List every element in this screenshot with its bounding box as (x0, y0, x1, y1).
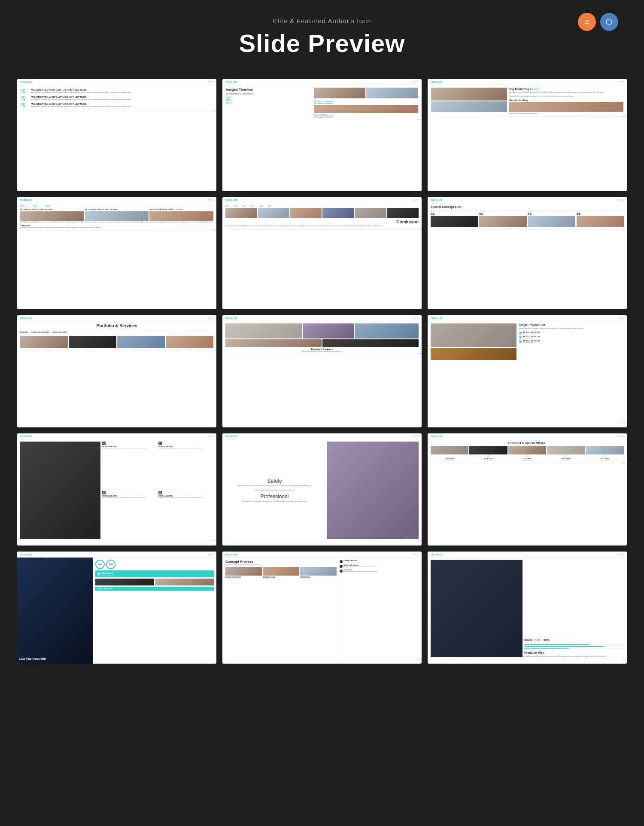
slides-grid: PREMIUM 2016 WE CREATED A SITE WITH FANC… (0, 70, 644, 681)
page-header: ≡ ⬡ Elite & Featured Author's Item Slide… (0, 0, 644, 70)
slide-15-stat2: 5.5K (534, 638, 541, 641)
author-icon-2: ⬡ (600, 13, 618, 31)
slide-8[interactable]: PREMIUM Featured Projects A wonderful (222, 315, 422, 427)
slide-13[interactable]: PREMIUM Last Year Newsletter 45% (17, 552, 216, 664)
slide-9-title: Single Project List (519, 323, 624, 326)
slide-12[interactable]: PREMIUM Featured & Special Works. 01 (428, 433, 627, 546)
header-icons: ≡ ⬡ (578, 13, 618, 31)
slide-10[interactable]: PREMIUM WORK ANALYSIS (17, 433, 216, 546)
timeline-items: 2016 WE CREATED A SITE WITH FANCY LETTER… (21, 88, 213, 108)
slide3-subtitle2: Growthfunding (509, 99, 623, 101)
slide-13-title: Last Year Newsletter (19, 657, 91, 660)
slide-3[interactable]: PREMIUM Big Marketing Event A wonderful … (428, 79, 627, 191)
slide-1-badge: PREMIUM (20, 81, 32, 83)
circle-2: 70% (106, 560, 115, 569)
slide-2[interactable]: PREMIUM Imaged Timeline Title Headline &… (222, 79, 422, 191)
slide-1-dots (208, 81, 213, 82)
slide-14-title: Concept Process (225, 560, 337, 564)
slide-15-stat1: 50BN (524, 638, 532, 641)
slide-6-title: Special Concept Line (431, 205, 624, 208)
slide-6[interactable]: PREMIUM Special Concept Line 01. 02. (428, 197, 627, 309)
main-title: Slide Preview (9, 29, 635, 58)
slide-15-title: Premium Plan (524, 651, 624, 654)
slide-9[interactable]: PREMIUM Single Project List A wonderful … (428, 315, 627, 427)
circle-1: 45% (95, 560, 105, 569)
header-subtitle: Elite & Featured Author's Item (9, 17, 635, 24)
slide-13-name: James Anderson (95, 587, 214, 591)
slide-7-title: Portfolio & Services (20, 323, 213, 328)
slide-15[interactable]: PREMIUM 50BN DESCRIPTION (428, 552, 627, 664)
slide-12-title: Featured & Special Works. (431, 442, 624, 445)
slide-11-title1: Safety (225, 478, 324, 484)
slide-11[interactable]: PREMIUM Safety A wonderful serenity has … (222, 433, 422, 546)
slide-14[interactable]: PREMIUM Concept Process A wonderful sere… (222, 552, 422, 664)
author-icon-1: ≡ (578, 13, 596, 31)
slide-11-title2: Professional (225, 494, 324, 500)
slide-1[interactable]: PREMIUM 2016 WE CREATED A SITE WITH FANC… (17, 79, 216, 191)
slide-5[interactable]: PREMIUM 2016 2014 2017 2015 2012 2010 (222, 197, 422, 309)
slide-2-title: Imaged Timeline (226, 88, 311, 91)
slide-15-stat3: 80% (544, 638, 551, 641)
slide-4[interactable]: PREMIUM 2016 2014 2017 WE CREATED A SITE… (17, 197, 216, 309)
slide-7[interactable]: PREMIUM Portfolio & Services BUSINESS CO… (17, 315, 216, 427)
